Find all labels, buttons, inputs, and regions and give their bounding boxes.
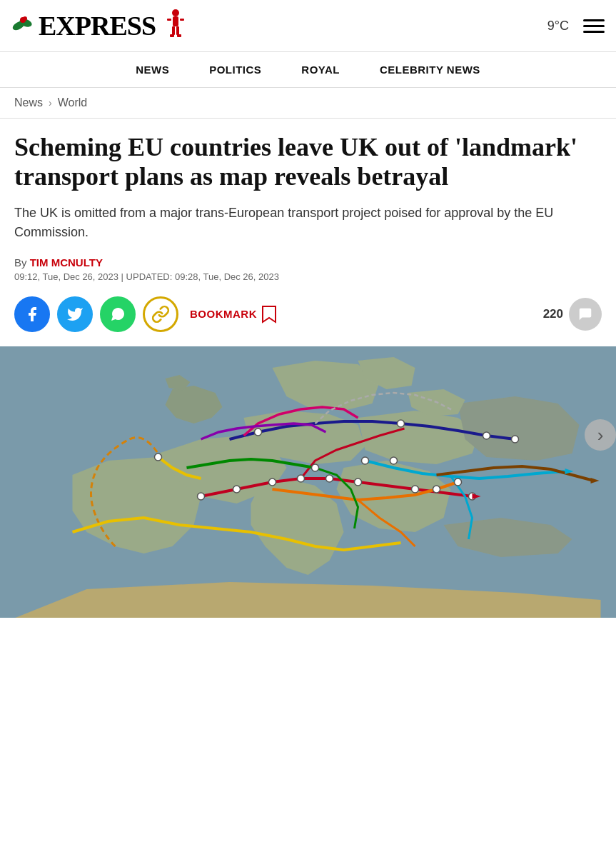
bookmark-icon bbox=[261, 305, 277, 324]
svg-point-14 bbox=[269, 478, 276, 486]
whatsapp-icon bbox=[109, 306, 126, 323]
site-header: EXPRESS 9°C bbox=[0, 0, 616, 52]
svg-rect-7 bbox=[180, 19, 184, 21]
svg-point-22 bbox=[455, 478, 462, 486]
article-timestamp: 09:12, Tue, Dec 26, 2023 | UPDATED: 09:2… bbox=[14, 271, 602, 282]
hamburger-line-2 bbox=[583, 25, 605, 27]
svg-rect-6 bbox=[167, 19, 171, 21]
image-next-button[interactable] bbox=[585, 419, 616, 451]
article-container: Scheming EU countries leave UK out of 'l… bbox=[0, 119, 616, 332]
holly-icon bbox=[11, 13, 34, 39]
svg-point-30 bbox=[390, 457, 398, 464]
article-headline: Scheming EU countries leave UK out of 'l… bbox=[14, 133, 602, 192]
svg-point-26 bbox=[255, 428, 262, 436]
site-logo-text[interactable]: EXPRESS bbox=[39, 10, 156, 41]
svg-point-19 bbox=[398, 420, 405, 427]
author-link[interactable]: TIM MCNULTY bbox=[30, 256, 103, 269]
facebook-icon bbox=[24, 306, 41, 323]
hamburger-line-1 bbox=[583, 19, 605, 21]
svg-rect-8 bbox=[172, 26, 175, 35]
comments-button[interactable] bbox=[569, 298, 602, 331]
breadcrumb-current: World bbox=[58, 96, 88, 109]
nav-item-news[interactable]: NEWS bbox=[116, 52, 189, 87]
svg-point-15 bbox=[326, 475, 333, 482]
svg-point-27 bbox=[155, 453, 162, 461]
breadcrumb-news-link[interactable]: News bbox=[14, 96, 43, 109]
whatsapp-share-button[interactable] bbox=[100, 296, 136, 332]
header-right: 9°C bbox=[547, 19, 605, 34]
logo-area: EXPRESS bbox=[11, 7, 191, 44]
svg-point-18 bbox=[298, 475, 305, 482]
svg-rect-10 bbox=[170, 34, 174, 37]
svg-rect-11 bbox=[177, 34, 181, 37]
nav-item-celebrity[interactable]: CELEBRITY NEWS bbox=[360, 52, 500, 87]
svg-point-16 bbox=[355, 478, 362, 486]
article-subheadline: The UK is omitted from a major trans-Eur… bbox=[14, 204, 602, 242]
temperature-display: 9°C bbox=[547, 19, 569, 34]
svg-rect-5 bbox=[173, 16, 178, 26]
hamburger-menu[interactable] bbox=[583, 19, 605, 33]
facebook-share-button[interactable] bbox=[14, 296, 50, 332]
svg-point-28 bbox=[483, 432, 490, 439]
svg-point-29 bbox=[512, 436, 519, 443]
svg-rect-9 bbox=[176, 26, 179, 35]
svg-point-4 bbox=[172, 9, 179, 16]
article-image-container bbox=[0, 346, 616, 618]
byline: By TIM MCNULTY bbox=[14, 256, 602, 269]
svg-point-24 bbox=[433, 486, 440, 493]
breadcrumb: News › World bbox=[0, 88, 616, 119]
svg-point-13 bbox=[198, 493, 205, 500]
comment-icon bbox=[577, 306, 593, 322]
byline-label: By bbox=[14, 256, 27, 269]
comments-area: 220 bbox=[543, 298, 602, 331]
link-icon bbox=[151, 305, 170, 324]
nav-item-politics[interactable]: POLITICS bbox=[189, 52, 281, 87]
article-map-image bbox=[0, 346, 616, 618]
svg-point-21 bbox=[312, 464, 319, 471]
hamburger-line-3 bbox=[583, 31, 605, 33]
main-nav: NEWS POLITICS ROYAL CELEBRITY NEWS bbox=[0, 52, 616, 88]
europe-map-svg bbox=[0, 346, 616, 618]
social-bar: BOOKMARK 220 bbox=[14, 296, 602, 332]
twitter-icon bbox=[66, 306, 84, 323]
twitter-share-button[interactable] bbox=[57, 296, 93, 332]
comments-count: 220 bbox=[543, 307, 563, 321]
svg-point-17 bbox=[412, 486, 419, 493]
breadcrumb-separator: › bbox=[49, 97, 52, 109]
bookmark-label: BOOKMARK bbox=[190, 308, 257, 320]
knight-icon bbox=[160, 7, 191, 44]
svg-point-3 bbox=[23, 16, 27, 21]
nav-item-royal[interactable]: ROYAL bbox=[281, 52, 360, 87]
svg-point-20 bbox=[362, 457, 369, 464]
bookmark-button[interactable]: BOOKMARK bbox=[190, 305, 277, 324]
copy-link-button[interactable] bbox=[143, 296, 178, 332]
svg-point-25 bbox=[233, 486, 241, 493]
